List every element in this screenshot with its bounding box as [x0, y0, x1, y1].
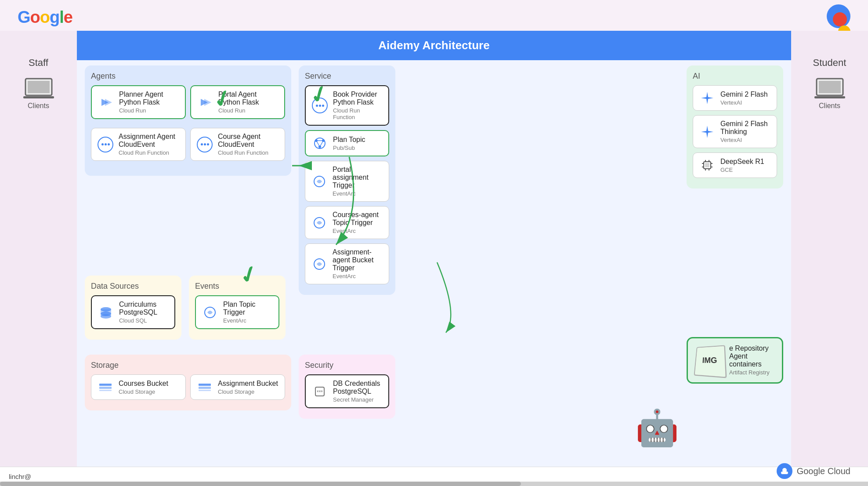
- db-credentials-subtitle: Secret Manager: [333, 396, 382, 403]
- gemini-flash-subtitle: VertexAI: [720, 99, 768, 106]
- service-title: Service: [305, 72, 389, 81]
- svg-rect-2: [23, 96, 54, 98]
- courses-agent-trigger-subtitle: EventArc: [333, 228, 383, 234]
- courses-agent-trigger-texts: Courses-agent Topic Trigger EventArc: [333, 211, 383, 234]
- assignment-agent-name: Assignment Agent CloudEvent: [119, 133, 179, 149]
- svg-rect-4: [819, 81, 841, 93]
- book-provider-name: Book Provider Python Flask: [333, 91, 382, 106]
- svg-rect-46: [781, 471, 788, 474]
- portal-assignment-icon: [311, 174, 327, 189]
- header-bar: Aidemy Architecture: [77, 31, 791, 60]
- security-title: Security: [305, 361, 389, 370]
- plan-topic-icon: [312, 135, 328, 151]
- svg-line-15: [320, 141, 323, 147]
- deepseek-card: DeepSeek R1 GCE: [693, 152, 777, 178]
- assignment-bucket-icon: [197, 379, 213, 395]
- db-credentials-icon: ***: [312, 384, 328, 399]
- assignment-bucket-trigger-texts: Assignment-agent Bucket Trigger EventArc: [333, 248, 383, 279]
- book-provider-texts: Book Provider Python Flask Cloud Run Fun…: [333, 91, 382, 120]
- gemini-flash-icon: [699, 90, 715, 106]
- courses-bucket-name: Courses Bucket: [119, 380, 168, 388]
- svg-line-14: [316, 141, 320, 147]
- svg-rect-39: [199, 384, 211, 386]
- ai-title: AI: [693, 72, 777, 81]
- curriculums-subtitle: Cloud SQL: [119, 317, 168, 324]
- assignment-agent-icon: [98, 137, 113, 152]
- svg-rect-40: [199, 387, 211, 389]
- staff-label: Staff: [29, 57, 48, 69]
- db-credentials-texts: DB Credentials PostgreSQL Secret Manager: [333, 380, 382, 403]
- plan-topic-trigger-card: Plan Topic Trigger EventArc: [195, 295, 279, 329]
- course-agent-texts: Course Agent CloudEvent Cloud Run Functi…: [218, 133, 278, 156]
- assignment-bucket-trigger-subtitle: EventArc: [333, 273, 383, 279]
- artifact-img-label: IMG: [702, 356, 717, 365]
- gemini-flash-texts: Gemini 2 Flash VertexAI: [720, 91, 768, 106]
- storage-cards-row: Courses Bucket Cloud Storage Assignment …: [91, 374, 285, 404]
- deepseek-subtitle: GCE: [720, 167, 764, 173]
- staff-laptop-icon: [23, 77, 54, 99]
- plan-topic-texts: Plan Topic Pub/Sub: [333, 136, 365, 151]
- svg-marker-9: [204, 99, 211, 106]
- curriculums-texts: Curriculums PostgreSQL Cloud SQL: [119, 301, 168, 324]
- course-agent-name: Course Agent CloudEvent: [218, 133, 278, 149]
- plan-topic-trigger-texts: Plan Topic Trigger EventArc: [223, 301, 272, 324]
- courses-bucket-card: Courses Bucket Cloud Storage: [91, 374, 186, 400]
- gemini-thinking-icon: [699, 124, 715, 140]
- assignment-agent-card: Assignment Agent CloudEvent Cloud Run Fu…: [91, 128, 186, 161]
- robot-illustration: 🤖: [629, 395, 686, 461]
- book-provider-subtitle: Cloud Run Function: [333, 107, 382, 120]
- agents-title: Agents: [91, 72, 285, 81]
- gemini-thinking-subtitle: VertexAI: [720, 137, 770, 143]
- deepseek-name: DeepSeek R1: [720, 158, 764, 166]
- security-section: Security *** DB Credentials PostgreSQL S…: [299, 355, 395, 419]
- gc-icon: [777, 463, 792, 479]
- student-sidebar: Student Clients: [791, 31, 868, 467]
- storage-section: Storage Courses Bucket Cloud Storage: [85, 355, 291, 410]
- assignment-bucket-name: Assignment Bucket: [218, 380, 278, 388]
- db-credentials-name: DB Credentials PostgreSQL: [333, 380, 382, 395]
- courses-agent-trigger-icon: [311, 215, 327, 231]
- courses-bucket-subtitle: Cloud Storage: [119, 388, 168, 395]
- svg-rect-37: [99, 387, 112, 389]
- portal-agent-card: Portal Agent Python Flask Cloud Run: [190, 85, 285, 119]
- gemini-thinking-texts: Gemini 2 Flash Thinking VertexAI: [720, 120, 770, 143]
- planner-agent-name: Planner Agent Python Flask: [119, 91, 179, 106]
- plan-topic-card: Plan Topic Pub/Sub: [305, 130, 389, 156]
- assignment-bucket-subtitle: Cloud Storage: [218, 388, 278, 395]
- portal-assignment-subtitle: EventArc: [333, 190, 383, 197]
- course-agent-card: Course Agent CloudEvent Cloud Run Functi…: [190, 128, 285, 161]
- staff-client-label: Clients: [28, 102, 49, 110]
- google-cloud-logo: Google Cloud: [777, 463, 850, 479]
- courses-bucket-texts: Courses Bucket Cloud Storage: [119, 380, 168, 395]
- student-client-label: Clients: [819, 102, 840, 110]
- deepseek-icon: [699, 157, 715, 173]
- assignment-bucket-trigger-icon: [311, 256, 327, 272]
- agents-row-2: Assignment Agent CloudEvent Cloud Run Fu…: [91, 128, 285, 165]
- artifact-subtitle: Artifact Registry: [729, 369, 770, 376]
- diagram-wrapper: Agents Planner Agent Python Flask Cloud …: [77, 60, 791, 470]
- artifact-img-box: IMG: [694, 345, 727, 378]
- student-laptop-icon: [814, 77, 845, 99]
- architecture-area: Aidemy Architecture Agents Planner Agent…: [77, 31, 791, 467]
- artifact-content: IMG e Repository Agent containers Artifa…: [694, 345, 776, 376]
- courses-agent-trigger-name: Courses-agent Topic Trigger: [333, 211, 383, 227]
- student-client-box: Clients: [814, 77, 845, 110]
- user-text: linchr@: [9, 473, 31, 480]
- assistant-circle-red: [833, 12, 847, 26]
- scrollbar-thumb[interactable]: [0, 482, 521, 486]
- agents-section: Agents Planner Agent Python Flask Cloud …: [85, 65, 291, 176]
- svg-rect-1: [28, 81, 50, 93]
- staff-client-box: Clients: [23, 77, 54, 110]
- ai-section: AI Gemini 2 Flash VertexAI: [687, 65, 783, 189]
- data-sources-section: Data Sources Curriculums PostgreSQL Clou…: [85, 276, 181, 340]
- assignment-bucket-card: Assignment Bucket Cloud Storage: [190, 374, 285, 400]
- planner-agent-subtitle: Cloud Run: [119, 107, 179, 114]
- svg-point-34: [101, 314, 111, 319]
- portal-assignment-card: Portal assignment Trigger EventArc: [305, 161, 389, 202]
- plan-topic-name: Plan Topic: [333, 136, 365, 144]
- db-credentials-card: *** DB Credentials PostgreSQL Secret Man…: [305, 374, 389, 408]
- course-agent-icon: [197, 137, 213, 152]
- svg-rect-36: [99, 384, 112, 386]
- svg-rect-41: [199, 390, 211, 391]
- scrollbar-track[interactable]: [0, 482, 868, 486]
